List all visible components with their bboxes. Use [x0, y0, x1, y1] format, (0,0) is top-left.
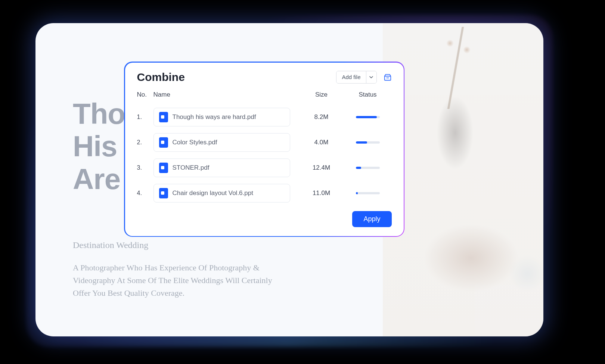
progress-bar	[356, 167, 380, 169]
dialog-title: Combine	[137, 71, 185, 84]
progress-bar	[356, 141, 380, 144]
row-name-cell: Color Styles.pdf	[153, 133, 299, 152]
progress-fill	[356, 116, 377, 118]
file-size: 8.2M	[299, 113, 344, 121]
file-row: 4.Chair design layout Vol.6.ppt11.0M	[137, 181, 392, 206]
file-row: 2.Color Styles.pdf4.0M	[137, 130, 392, 155]
file-row: 1.Though his ways are hard.pdf8.2M	[137, 104, 392, 130]
chevron-down-icon	[369, 76, 373, 78]
file-size: 12.4M	[299, 164, 344, 172]
add-file-button-group: Add file	[336, 71, 376, 84]
background-photo	[383, 23, 543, 336]
status-cell	[344, 141, 392, 144]
row-index: 2.	[137, 139, 153, 146]
row-index: 3.	[137, 164, 153, 171]
apply-button[interactable]: Apply	[352, 211, 391, 227]
dialog-header-controls: Add file	[336, 71, 391, 84]
file-chip[interactable]: STONER.pdf	[153, 159, 290, 177]
file-chip[interactable]: Color Styles.pdf	[153, 133, 290, 152]
file-name: Color Styles.pdf	[173, 139, 217, 146]
status-cell	[344, 192, 392, 194]
combine-dialog-inner: Combine Add file No.	[125, 63, 404, 236]
column-header-name: Name	[153, 91, 299, 98]
progress-fill	[356, 192, 358, 194]
file-icon	[159, 112, 168, 122]
progress-bar	[356, 116, 380, 118]
file-name: Chair design layout Vol.6.ppt	[173, 189, 253, 197]
row-index: 1.	[137, 114, 153, 120]
column-headers: No. Name Size Status	[137, 91, 392, 98]
progress-bar	[356, 192, 380, 194]
column-header-no: No.	[137, 91, 153, 98]
column-header-status: Status	[344, 91, 392, 98]
file-icon	[159, 137, 168, 148]
file-chip[interactable]: Chair design layout Vol.6.ppt	[153, 184, 290, 203]
progress-fill	[356, 141, 367, 144]
dialog-header: Combine Add file	[137, 71, 392, 84]
combine-dialog: Combine Add file No.	[124, 62, 404, 237]
row-name-cell: Though his ways are hard.pdf	[153, 108, 299, 126]
add-file-button[interactable]: Add file	[336, 71, 366, 83]
file-size: 11.0M	[299, 189, 344, 197]
row-index: 4.	[137, 190, 153, 197]
file-name: STONER.pdf	[173, 164, 210, 172]
add-file-dropdown-button[interactable]	[366, 71, 376, 83]
file-name: Though his ways are hard.pdf	[173, 113, 256, 121]
row-name-cell: STONER.pdf	[153, 159, 299, 177]
status-cell	[344, 116, 392, 118]
file-row: 3.STONER.pdf12.4M	[137, 155, 392, 181]
status-cell	[344, 167, 392, 169]
row-name-cell: Chair design layout Vol.6.ppt	[153, 184, 299, 203]
progress-fill	[356, 167, 361, 169]
file-rows: 1.Though his ways are hard.pdf8.2M2.Colo…	[137, 104, 392, 206]
file-icon	[159, 188, 168, 198]
file-icon	[159, 163, 168, 173]
background-body: A Photographer Who Has Experience Of Pho…	[73, 261, 282, 299]
background-subheading: Destination Wedding	[73, 240, 372, 250]
basket-icon[interactable]	[384, 73, 392, 81]
file-size: 4.0M	[299, 139, 344, 146]
dialog-footer: Apply	[137, 211, 392, 227]
file-chip[interactable]: Though his ways are hard.pdf	[153, 108, 290, 126]
column-header-size: Size	[299, 91, 344, 98]
